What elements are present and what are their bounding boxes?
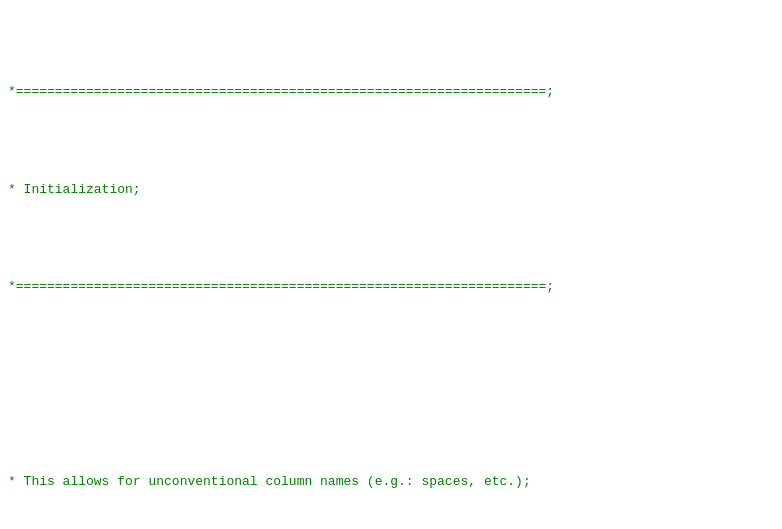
code-line-4 bbox=[8, 375, 774, 395]
code-line-5: * This allows for unconventional column … bbox=[8, 472, 774, 492]
code-editor: *=======================================… bbox=[0, 0, 782, 529]
code-line-1: *=======================================… bbox=[8, 82, 774, 102]
code-line-3: *=======================================… bbox=[8, 277, 774, 297]
code-line-2: * Initialization; bbox=[8, 180, 774, 200]
